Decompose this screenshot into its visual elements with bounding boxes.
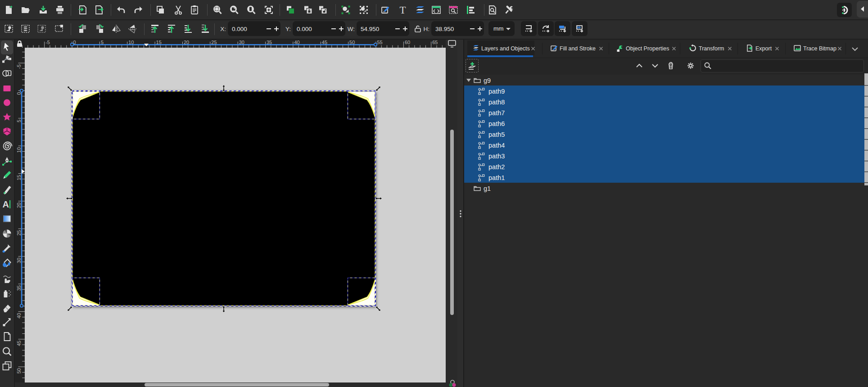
svg-text:T: T	[400, 4, 406, 16]
svg-text:15: 15	[16, 175, 22, 180]
svg-text:30: 30	[16, 258, 22, 263]
svg-text:65: 65	[432, 40, 438, 45]
svg-text:60: 60	[405, 40, 410, 45]
svg-text:45: 45	[322, 40, 327, 45]
svg-text:45: 45	[16, 341, 22, 346]
svg-text:0: 0	[16, 92, 22, 95]
svg-text:30: 30	[239, 40, 244, 45]
svg-text:35: 35	[267, 40, 272, 45]
svg-text:5: 5	[101, 40, 104, 45]
svg-text:50: 50	[349, 40, 355, 45]
svg-text:35: 35	[16, 285, 22, 291]
svg-text:20: 20	[184, 40, 189, 45]
svg-text:-5: -5	[45, 40, 50, 45]
svg-text:40: 40	[294, 40, 299, 45]
svg-text:40: 40	[16, 313, 22, 318]
svg-text:10: 10	[128, 40, 134, 45]
svg-text:20: 20	[16, 202, 22, 208]
svg-text:5: 5	[16, 120, 22, 122]
svg-text:-5: -5	[16, 64, 22, 69]
svg-text:55: 55	[377, 40, 383, 45]
svg-text:15: 15	[156, 40, 162, 45]
svg-text:50: 50	[16, 368, 22, 374]
svg-text:A: A	[3, 199, 9, 209]
svg-text:25: 25	[16, 230, 22, 235]
svg-text:10: 10	[16, 147, 22, 153]
svg-text:25: 25	[211, 40, 217, 45]
